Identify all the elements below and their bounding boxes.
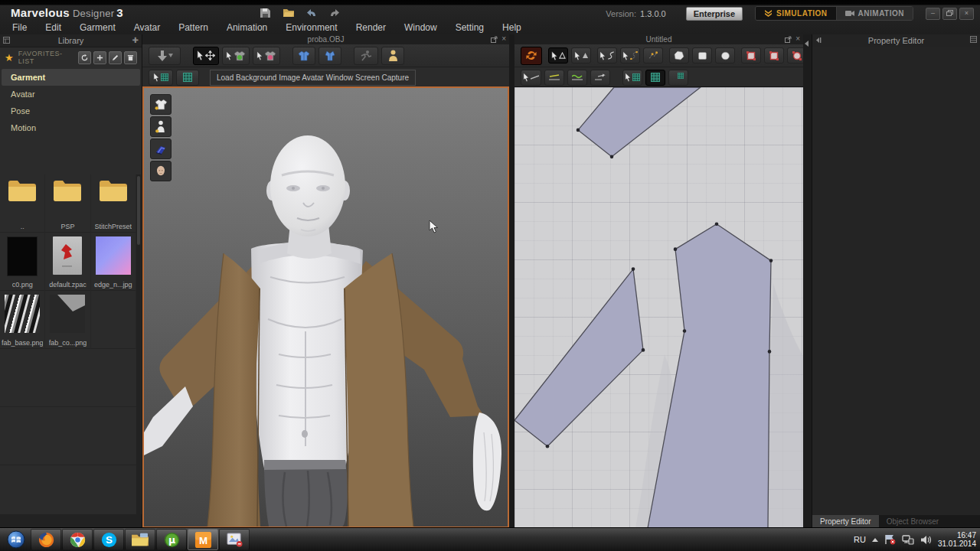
texture-edit-tool-button[interactable] — [622, 70, 642, 86]
start-button[interactable] — [2, 529, 31, 550]
menu-file[interactable]: File — [3, 22, 36, 33]
select-garment-off-tool-button[interactable] — [253, 47, 280, 65]
language-indicator[interactable]: RU — [854, 535, 866, 544]
menu-help[interactable]: Help — [493, 22, 531, 33]
show-avatar-button[interactable] — [381, 47, 404, 65]
menu-avatar[interactable]: Avatar — [125, 22, 169, 33]
polygon-pattern-tool-button[interactable] — [669, 47, 689, 64]
show-garment-fit-button[interactable] — [318, 47, 341, 65]
clock[interactable]: 16:47 31.01.2014 — [938, 531, 976, 548]
segment-sewing-tool-button[interactable] — [521, 70, 541, 86]
show-garment-toggle[interactable] — [150, 94, 172, 115]
tray-expand-icon[interactable] — [872, 538, 878, 542]
open-button[interactable] — [282, 7, 295, 18]
close-panel-icon[interactable]: × — [795, 35, 800, 43]
thumbnail-edge-normal[interactable]: edge_n...jpg — [91, 233, 136, 291]
action-center-icon[interactable] — [884, 534, 896, 545]
select-garment-on-tool-button[interactable] — [222, 47, 250, 65]
dropdown-caret-icon — [168, 54, 173, 57]
taskbar-utorrent[interactable]: µ — [156, 529, 187, 550]
thumbnail-fab-co[interactable]: fab_co...png — [45, 291, 90, 349]
pattern-2d-canvas[interactable] — [514, 86, 803, 528]
library-scrollbar[interactable] — [136, 174, 141, 514]
restore-button[interactable] — [942, 8, 957, 20]
library-item-pose[interactable]: Pose — [0, 103, 142, 119]
menu-garment[interactable]: Garment — [70, 22, 125, 33]
taskbar-image-viewer[interactable] — [219, 529, 250, 550]
add-point-tool-button[interactable] — [643, 47, 663, 64]
tab-property-editor[interactable]: Property Editor — [812, 515, 879, 528]
panel-splitter[interactable] — [803, 34, 812, 528]
close-button[interactable]: × — [959, 8, 974, 20]
thumbnail-parent-folder[interactable]: .. — [0, 174, 45, 233]
show-avatar-toggle[interactable] — [150, 116, 172, 137]
transform-pattern-tool-button[interactable] — [548, 47, 568, 64]
texture-show-2d-toggle-button[interactable] — [645, 70, 665, 86]
add-button[interactable] — [93, 51, 106, 64]
panel-menu-icon[interactable] — [3, 37, 10, 44]
undo-button[interactable] — [305, 7, 318, 18]
network-icon[interactable] — [902, 535, 914, 545]
thumbnail-psp-folder[interactable]: PSP — [45, 174, 90, 233]
redo-button[interactable] — [328, 7, 341, 18]
internal-rectangle-tool-button[interactable] — [764, 47, 784, 64]
edit-pattern-tool-button[interactable] — [571, 47, 591, 64]
edit-curve-tool-button[interactable] — [597, 47, 617, 64]
library-item-avatar[interactable]: Avatar — [0, 86, 142, 103]
menu-pattern[interactable]: Pattern — [169, 22, 217, 33]
close-panel-icon[interactable]: × — [501, 35, 506, 43]
delete-button[interactable] — [124, 51, 137, 64]
edit-curve-point-tool-button[interactable] — [620, 47, 640, 64]
show-fabric-toggle[interactable] — [150, 139, 172, 159]
segment-sew-button[interactable] — [544, 70, 564, 86]
menu-window[interactable]: Window — [395, 22, 446, 33]
thumbnail-fab-base[interactable]: fab_base.png — [0, 291, 45, 349]
float-window-icon[interactable] — [785, 36, 792, 43]
library-item-garment[interactable]: Garment — [2, 69, 140, 86]
menu-animation[interactable]: Animation — [217, 22, 276, 33]
enterprise-badge[interactable]: Enterprise — [686, 7, 743, 21]
menu-edit[interactable]: Edit — [36, 22, 70, 33]
save-button[interactable] — [259, 7, 272, 18]
panel-arrow-icon[interactable] — [815, 37, 822, 44]
thumbnail-stitchpreset-folder[interactable]: StitchPreset — [91, 174, 136, 233]
float-window-icon[interactable] — [491, 36, 498, 43]
viewport-3d-canvas[interactable] — [142, 86, 509, 528]
taskbar-skype[interactable]: S — [93, 529, 124, 550]
rectangle-pattern-tool-button[interactable] — [692, 47, 712, 64]
texture-select-tool-button[interactable] — [149, 70, 173, 86]
refresh-button[interactable] — [78, 51, 91, 64]
animation-mode-button[interactable]: ANIMATION — [836, 7, 913, 20]
taskbar-chrome[interactable] — [62, 529, 93, 550]
edit-sewing-button[interactable] — [590, 70, 610, 86]
sync-3d-button[interactable] — [521, 47, 542, 65]
marvelous-designer-icon: M — [194, 531, 212, 549]
gizmo-move-tool-button[interactable] — [149, 47, 181, 65]
thumbnail-c0[interactable]: c0.png — [0, 233, 45, 291]
internal-polygon-tool-button[interactable] — [741, 47, 761, 64]
menu-environment[interactable]: Environment — [276, 22, 346, 33]
panel-list-icon[interactable] — [970, 36, 977, 43]
minimize-button[interactable]: – — [926, 8, 940, 20]
panel-dock-icon[interactable]: ✚ — [132, 36, 139, 44]
simulation-mode-button[interactable]: SIMULATION — [756, 7, 835, 20]
texture-show-toggle-button[interactable] — [176, 70, 199, 86]
circle-pattern-tool-button[interactable] — [715, 47, 735, 64]
show-garment-front-button[interactable] — [292, 47, 315, 65]
show-head-toggle[interactable] — [150, 161, 172, 181]
volume-icon[interactable] — [920, 535, 932, 545]
texture-small-tool-button[interactable] — [668, 70, 688, 86]
taskbar-explorer[interactable] — [125, 529, 155, 550]
library-item-motion[interactable]: Motion — [0, 119, 142, 136]
thumbnail-default-zpac[interactable]: default.zpac — [45, 233, 90, 291]
taskbar-marvelous-designer[interactable]: M — [188, 529, 218, 550]
tab-object-browser[interactable]: Object Browser — [879, 515, 946, 528]
animation-pose-tool-button[interactable] — [354, 47, 378, 65]
edit-button[interactable] — [109, 51, 122, 64]
menu-render[interactable]: Render — [347, 22, 395, 33]
select-move-tool-button[interactable] — [193, 47, 219, 65]
taskbar-firefox[interactable] — [31, 529, 61, 550]
collapse-arrow-icon[interactable] — [805, 41, 808, 47]
menu-setting[interactable]: Setting — [446, 22, 493, 33]
free-sew-button[interactable] — [567, 70, 587, 86]
